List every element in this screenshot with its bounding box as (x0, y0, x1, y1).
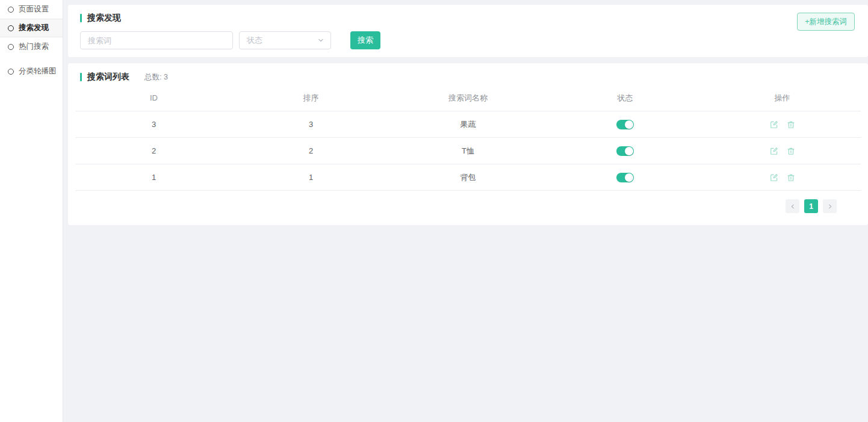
sidebar-item-page-settings[interactable]: 页面设置 (0, 0, 63, 19)
edit-icon[interactable] (770, 120, 778, 129)
sidebar-item-search-discovery[interactable]: 搜索发现 (0, 19, 63, 37)
app-window: 页面设置 搜索发现 热门搜索 分类轮播图 搜索发现 +新增搜索词 (0, 0, 868, 422)
chevron-left-icon (790, 203, 796, 209)
sidebar-item-label: 页面设置 (19, 4, 49, 14)
toggle-knob (625, 120, 633, 129)
list-card-title: 搜索词列表 总数: 3 (68, 72, 868, 82)
sidebar-item-label: 分类轮播图 (19, 66, 57, 76)
cell-status (547, 119, 704, 129)
cell-status (547, 172, 704, 182)
circle-bullet-icon (8, 44, 14, 50)
sidebar-item-hot-search[interactable]: 热门搜索 (0, 37, 63, 56)
delete-icon[interactable] (787, 173, 795, 182)
column-header-id: ID (75, 93, 232, 102)
delete-icon[interactable] (787, 147, 795, 155)
column-header-name: 搜索词名称 (389, 93, 547, 104)
status-select[interactable]: 状态 (239, 31, 331, 49)
keyword-input[interactable] (80, 31, 233, 49)
column-header-sort: 排序 (232, 93, 389, 104)
title-accent-bar (80, 73, 82, 81)
list-title: 搜索词列表 (87, 72, 129, 82)
sidebar-item-label: 搜索发现 (19, 23, 49, 33)
cell-actions (704, 147, 861, 155)
table-row: 3 3 果蔬 (75, 111, 861, 138)
cell-name: 果蔬 (389, 119, 547, 130)
cell-sort: 2 (232, 146, 389, 155)
sidebar-item-label: 热门搜索 (19, 42, 49, 52)
cell-sort: 3 (232, 120, 389, 129)
delete-icon[interactable] (787, 120, 795, 129)
table-row: 1 1 背包 (75, 164, 861, 191)
column-header-actions: 操作 (704, 93, 861, 104)
search-button[interactable]: 搜索 (350, 31, 380, 49)
add-search-word-button[interactable]: +新增搜索词 (797, 13, 855, 31)
edit-icon[interactable] (770, 147, 778, 155)
table-row: 2 2 T恤 (75, 138, 861, 164)
edit-icon[interactable] (770, 173, 778, 182)
circle-bullet-icon (8, 69, 14, 75)
next-page-button[interactable] (823, 199, 837, 213)
circle-bullet-icon (8, 25, 14, 31)
chevron-right-icon (827, 203, 833, 209)
table-header-row: ID 排序 搜索词名称 状态 操作 (75, 85, 861, 111)
page-title: 搜索发现 (87, 13, 121, 23)
circle-bullet-icon (8, 7, 14, 13)
cell-id: 3 (75, 120, 232, 129)
title-accent-bar (80, 14, 82, 22)
pagination: 1 (68, 199, 837, 213)
chevron-down-icon (317, 37, 324, 44)
sidebar: 页面设置 搜索发现 热门搜索 分类轮播图 (0, 0, 63, 422)
status-toggle[interactable] (616, 120, 634, 129)
column-header-status: 状态 (547, 93, 704, 104)
cell-actions (704, 120, 861, 129)
search-card-title: 搜索发现 (80, 13, 856, 23)
status-select-placeholder: 状态 (247, 35, 262, 46)
main-content: 搜索发现 +新增搜索词 状态 搜索 搜索词列表 总数: 3 (68, 0, 868, 422)
cell-actions (704, 173, 861, 182)
cell-name: T恤 (389, 146, 547, 157)
sidebar-item-category-carousel[interactable]: 分类轮播图 (0, 62, 63, 81)
toggle-knob (625, 173, 633, 182)
search-word-list-card: 搜索词列表 总数: 3 ID 排序 搜索词名称 状态 操作 3 3 果蔬 (68, 63, 868, 225)
cell-id: 1 (75, 173, 232, 182)
cell-name: 背包 (389, 172, 547, 183)
toggle-knob (625, 147, 633, 155)
prev-page-button[interactable] (786, 199, 799, 213)
search-word-table: ID 排序 搜索词名称 状态 操作 3 3 果蔬 (68, 85, 868, 191)
search-filter-card: 搜索发现 +新增搜索词 状态 搜索 (68, 5, 868, 57)
cell-id: 2 (75, 146, 232, 155)
cell-sort: 1 (232, 173, 389, 182)
status-toggle[interactable] (616, 173, 634, 182)
total-count-label: 总数: 3 (144, 72, 168, 82)
status-toggle[interactable] (616, 146, 634, 156)
cell-status (547, 146, 704, 156)
page-number-button[interactable]: 1 (804, 199, 818, 213)
filter-form: 状态 搜索 (80, 31, 856, 49)
